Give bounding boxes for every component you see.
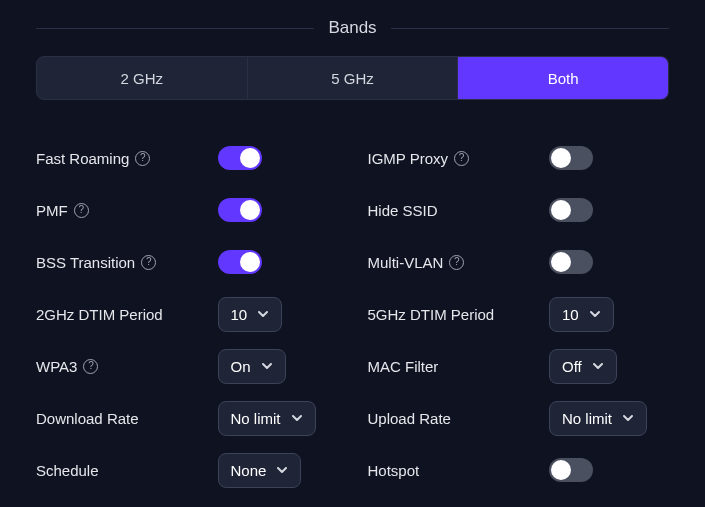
chevron-down-icon (622, 412, 634, 424)
chevron-down-icon (276, 464, 288, 476)
label-text: Schedule (36, 462, 99, 479)
label-text: 5GHz DTIM Period (368, 306, 495, 323)
help-icon[interactable]: ? (141, 255, 156, 270)
fast-roaming-label: Fast Roaming? (36, 150, 150, 167)
download-rate-row: Download RateNo limit (36, 396, 338, 440)
chevron-down-icon (291, 412, 303, 424)
label-text: Fast Roaming (36, 150, 129, 167)
toggle-knob (240, 252, 260, 272)
bss-transition-label: BSS Transition? (36, 254, 156, 271)
label-text: WPA3 (36, 358, 77, 375)
hotspot-row: Hotspot (368, 448, 670, 492)
pmf-toggle[interactable] (218, 198, 262, 222)
wpa3-label: WPA3? (36, 358, 98, 375)
tab-5-ghz[interactable]: 5 GHz (248, 57, 459, 99)
5ghz-dtim-row: 5GHz DTIM Period10 (368, 292, 670, 336)
toggle-knob (551, 460, 571, 480)
label-text: Hotspot (368, 462, 420, 479)
tab-2-ghz[interactable]: 2 GHz (37, 57, 248, 99)
section-title: Bands (328, 18, 376, 38)
mac-filter-label: MAC Filter (368, 358, 439, 375)
divider-line (36, 28, 314, 29)
divider-line (391, 28, 669, 29)
help-icon[interactable]: ? (83, 359, 98, 374)
download-rate-dropdown[interactable]: No limit (218, 401, 316, 436)
bands-tabs: 2 GHz5 GHzBoth (36, 56, 669, 100)
igmp-proxy-toggle[interactable] (549, 146, 593, 170)
dropdown-value: Off (562, 358, 582, 375)
bss-transition-row: BSS Transition? (36, 240, 338, 284)
multi-vlan-row: Multi-VLAN? (368, 240, 670, 284)
chevron-down-icon (257, 308, 269, 320)
dropdown-value: 10 (562, 306, 579, 323)
multi-vlan-toggle[interactable] (549, 250, 593, 274)
hide-ssid-label: Hide SSID (368, 202, 438, 219)
chevron-down-icon (261, 360, 273, 372)
igmp-proxy-row: IGMP Proxy? (368, 136, 670, 180)
hotspot-toggle[interactable] (549, 458, 593, 482)
toggle-knob (551, 200, 571, 220)
pmf-label: PMF? (36, 202, 89, 219)
chevron-down-icon (589, 308, 601, 320)
dropdown-value: None (231, 462, 267, 479)
2ghz-dtim-label: 2GHz DTIM Period (36, 306, 163, 323)
label-text: Download Rate (36, 410, 139, 427)
2ghz-dtim-dropdown[interactable]: 10 (218, 297, 283, 332)
fast-roaming-toggle[interactable] (218, 146, 262, 170)
toggle-knob (551, 252, 571, 272)
hotspot-label: Hotspot (368, 462, 420, 479)
chevron-down-icon (592, 360, 604, 372)
mac-filter-row: MAC FilterOff (368, 344, 670, 388)
label-text: MAC Filter (368, 358, 439, 375)
multi-vlan-label: Multi-VLAN? (368, 254, 465, 271)
upload-rate-row: Upload RateNo limit (368, 396, 670, 440)
label-text: Multi-VLAN (368, 254, 444, 271)
section-header: Bands (36, 18, 669, 38)
hide-ssid-toggle[interactable] (549, 198, 593, 222)
dropdown-value: No limit (562, 410, 612, 427)
2ghz-dtim-row: 2GHz DTIM Period10 (36, 292, 338, 336)
upload-rate-label: Upload Rate (368, 410, 451, 427)
schedule-row: ScheduleNone (36, 448, 338, 492)
label-text: BSS Transition (36, 254, 135, 271)
label-text: 2GHz DTIM Period (36, 306, 163, 323)
hide-ssid-row: Hide SSID (368, 188, 670, 232)
wpa3-dropdown[interactable]: On (218, 349, 286, 384)
settings-grid: Fast Roaming?PMF?BSS Transition?2GHz DTI… (36, 136, 669, 507)
dropdown-value: 10 (231, 306, 248, 323)
download-rate-label: Download Rate (36, 410, 139, 427)
mac-filter-dropdown[interactable]: Off (549, 349, 617, 384)
tab-both[interactable]: Both (458, 57, 668, 99)
label-text: Upload Rate (368, 410, 451, 427)
help-icon[interactable]: ? (449, 255, 464, 270)
toggle-knob (240, 148, 260, 168)
help-icon[interactable]: ? (454, 151, 469, 166)
power-user-row: Power-User? (36, 500, 338, 507)
schedule-label: Schedule (36, 462, 99, 479)
wpa3-row: WPA3?On (36, 344, 338, 388)
label-text: IGMP Proxy (368, 150, 449, 167)
5ghz-dtim-label: 5GHz DTIM Period (368, 306, 495, 323)
dropdown-value: No limit (231, 410, 281, 427)
bss-transition-toggle[interactable] (218, 250, 262, 274)
help-icon[interactable]: ? (135, 151, 150, 166)
upload-rate-dropdown[interactable]: No limit (549, 401, 647, 436)
dropdown-value: On (231, 358, 251, 375)
schedule-dropdown[interactable]: None (218, 453, 302, 488)
5ghz-dtim-dropdown[interactable]: 10 (549, 297, 614, 332)
label-text: PMF (36, 202, 68, 219)
toggle-knob (551, 148, 571, 168)
fast-roaming-row: Fast Roaming? (36, 136, 338, 180)
label-text: Hide SSID (368, 202, 438, 219)
help-icon[interactable]: ? (74, 203, 89, 218)
igmp-proxy-label: IGMP Proxy? (368, 150, 470, 167)
toggle-knob (240, 200, 260, 220)
pmf-row: PMF? (36, 188, 338, 232)
